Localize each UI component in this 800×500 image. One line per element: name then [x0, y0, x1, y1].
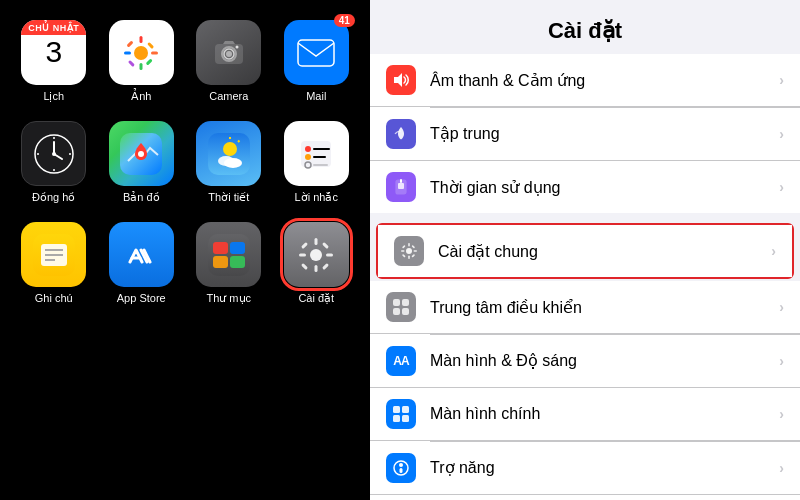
svg-rect-72 — [402, 299, 409, 306]
svg-rect-76 — [402, 406, 409, 413]
tronang-icon — [386, 453, 416, 483]
svg-rect-2 — [140, 63, 143, 70]
svg-point-33 — [305, 154, 311, 160]
settings-item-taptrung[interactable]: Tập trung › — [370, 108, 800, 161]
svg-point-30 — [224, 158, 242, 168]
svg-point-49 — [310, 249, 322, 261]
app-label-thumuc: Thư mục — [206, 292, 251, 305]
svg-rect-45 — [213, 242, 228, 254]
svg-point-0 — [134, 46, 148, 60]
app-appstore[interactable]: App Store — [103, 222, 181, 305]
app-thoitiet[interactable]: Thời tiết — [190, 121, 268, 204]
svg-rect-48 — [230, 256, 245, 268]
mail-icon: 41 — [284, 20, 349, 85]
app-label-anh: Ảnh — [131, 90, 151, 103]
svg-rect-47 — [213, 256, 228, 268]
svg-rect-73 — [393, 308, 400, 315]
svg-rect-78 — [402, 415, 409, 422]
app-label-mail: Mail — [306, 90, 326, 102]
weather-icon — [196, 121, 261, 186]
app-mail[interactable]: 41 Mail — [278, 20, 356, 103]
settings-item-manhinh-do[interactable]: AA Màn hình & Độ sáng › — [370, 335, 800, 388]
settings-section-1: Âm thanh & Cảm ứng › Tập trung › — [370, 54, 800, 213]
svg-rect-44 — [208, 234, 250, 276]
calendar-icon: CHỦ NHẬT 3 — [21, 20, 86, 85]
app-thumuc[interactable]: Thư mục — [190, 222, 268, 305]
settings-panel: Cài đặt Âm thanh & Cảm ứng › Tập tru — [370, 0, 800, 500]
svg-rect-63 — [408, 243, 410, 247]
trungtam-icon — [386, 292, 416, 322]
svg-point-12 — [226, 51, 232, 57]
app-camera[interactable]: Camera — [190, 20, 268, 103]
svg-rect-1 — [140, 36, 143, 43]
app-loinhac[interactable]: Lời nhắc — [278, 121, 356, 204]
maps-icon — [109, 121, 174, 186]
svg-rect-53 — [326, 253, 333, 256]
manhinh-do-chevron: › — [779, 353, 784, 369]
app-lich[interactable]: CHỦ NHẬT 3 Lịch — [15, 20, 93, 103]
app-label-caidat: Cài đặt — [298, 292, 334, 305]
app-bando[interactable]: Bản đồ — [103, 121, 181, 204]
settings-item-trungtam[interactable]: Trung tâm điều khiển › — [370, 281, 800, 334]
manhinh-do-icon: AA — [386, 346, 416, 376]
settings-icon — [284, 222, 349, 287]
settings-section-3: Trung tâm điều khiển › AA Màn hình & Độ … — [370, 281, 800, 500]
settings-item-thoigian[interactable]: Thời gian sử dụng › — [370, 161, 800, 213]
svg-rect-60 — [398, 183, 404, 189]
svg-rect-66 — [414, 250, 418, 252]
manhinh-do-label: Màn hình & Độ sáng — [430, 351, 779, 370]
svg-point-18 — [52, 152, 56, 156]
mail-badge: 41 — [334, 14, 355, 27]
svg-rect-68 — [411, 245, 415, 249]
calendar-day: 3 — [45, 37, 62, 67]
caidatchung-chevron: › — [771, 243, 776, 259]
settings-item-tronang[interactable]: Trợ năng › — [370, 442, 800, 495]
svg-rect-52 — [299, 253, 306, 256]
app-label-dongho: Đồng hồ — [32, 191, 75, 204]
app-dongho[interactable]: Đồng hồ — [15, 121, 93, 204]
svg-point-21 — [37, 153, 39, 155]
svg-rect-5 — [127, 40, 134, 47]
svg-point-20 — [53, 169, 55, 171]
svg-rect-8 — [146, 58, 153, 65]
svg-rect-75 — [393, 406, 400, 413]
settings-item-amthanh[interactable]: Âm thanh & Cảm ứng › — [370, 54, 800, 107]
settings-item-caidatchung[interactable]: Cài đặt chung › — [378, 225, 792, 277]
svg-rect-77 — [393, 415, 400, 422]
settings-title: Cài đặt — [370, 0, 800, 54]
app-label-thoitiet: Thời tiết — [208, 191, 249, 204]
settings-item-hinhen[interactable]: Hình nền › — [370, 495, 800, 500]
svg-rect-69 — [402, 254, 406, 258]
svg-rect-7 — [128, 59, 135, 66]
manhinh-chinh-label: Màn hình chính — [430, 405, 779, 423]
tronang-label: Trợ năng — [430, 458, 779, 477]
app-label-loinhac: Lời nhắc — [295, 191, 338, 204]
app-label-ghichu: Ghi chú — [35, 292, 73, 304]
app-ghichu[interactable]: Ghi chú — [15, 222, 93, 305]
settings-item-manhinh-chinh[interactable]: Màn hình chính › — [370, 388, 800, 441]
svg-rect-56 — [301, 262, 308, 269]
svg-rect-3 — [124, 51, 131, 54]
svg-line-28 — [238, 140, 240, 142]
amthanh-chevron: › — [779, 72, 784, 88]
svg-point-13 — [235, 45, 238, 48]
app-anh[interactable]: Ảnh — [103, 20, 181, 103]
svg-point-26 — [223, 142, 237, 156]
app-caidat[interactable]: Cài đặt — [278, 222, 356, 305]
app-grid: CHỦ NHẬT 3 Lịch Ảnh — [15, 20, 355, 305]
thoigian-icon — [386, 172, 416, 202]
notes-icon — [21, 222, 86, 287]
manhinh-chinh-icon — [386, 399, 416, 429]
svg-point-62 — [406, 248, 412, 254]
svg-rect-6 — [147, 41, 154, 48]
svg-rect-67 — [402, 245, 406, 249]
taptrung-label: Tập trung — [430, 124, 779, 143]
app-label-bando: Bản đồ — [123, 191, 160, 204]
clock-icon — [21, 121, 86, 186]
photos-icon — [109, 20, 174, 85]
tronang-chevron: › — [779, 460, 784, 476]
caidatchung-label: Cài đặt chung — [438, 242, 771, 261]
svg-rect-74 — [402, 308, 409, 315]
svg-rect-64 — [408, 256, 410, 260]
amthanh-icon — [386, 65, 416, 95]
